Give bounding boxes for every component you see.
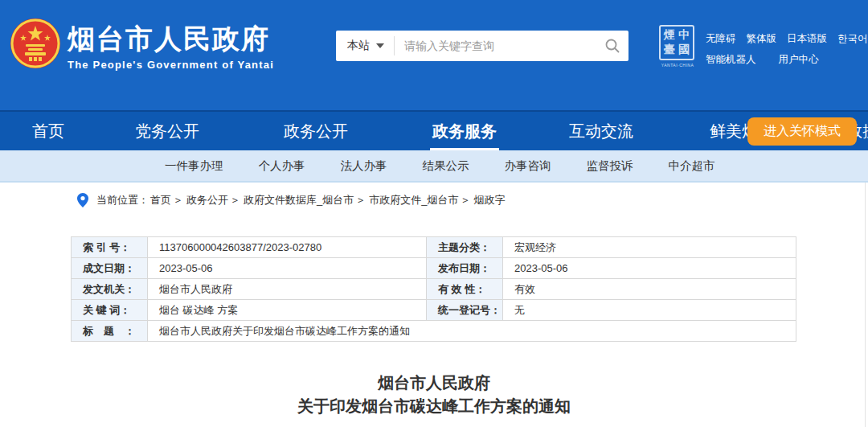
- meta-label-issuing-agency: 发文机关：: [72, 279, 148, 300]
- search-button[interactable]: [596, 31, 628, 61]
- search-icon: [604, 38, 620, 54]
- seal-char: 中: [678, 28, 690, 43]
- meta-value-written-date: 2023-05-06: [148, 258, 427, 279]
- link-korean[interactable]: 한국어판: [837, 32, 868, 46]
- national-emblem-icon: [10, 18, 61, 69]
- page: 烟台市人民政府 The People's Government of Yanta…: [0, 0, 868, 427]
- breadcrumb-doc-database[interactable]: 政府文件数据库_烟台市: [244, 193, 369, 207]
- table-row: 标 题 ： 烟台市人民政府关于印发烟台市碳达峰工作方案的通知: [72, 321, 796, 342]
- main-navigation: 首页 党务公开 政务公开 政务服务 互动交流 鲜美烟台 数据查询 进入关怀模式: [0, 110, 868, 150]
- search-box: 本站: [336, 31, 628, 61]
- search-input[interactable]: [395, 31, 596, 61]
- subnav-item-intermediary[interactable]: 中介超市: [669, 158, 715, 174]
- document-metadata-table: 索 引 号： 113706000042603877/2023-02780 主题分…: [71, 236, 796, 342]
- quick-links-row2: 智能机器人 用户中心: [706, 53, 819, 67]
- seal-caption: YANTAI·CHINA: [659, 63, 696, 68]
- meta-value-publish-date: 2023-05-06: [503, 258, 796, 279]
- document-title-line1: 烟台市人民政府: [0, 372, 868, 395]
- document-title-line2: 关于印发烟台市碳达峰工作方案的通知: [0, 395, 868, 418]
- subnav-item-consultation[interactable]: 办事咨询: [505, 158, 551, 174]
- meta-value-topic-category: 宏观经济: [503, 237, 796, 258]
- breadcrumb-home[interactable]: 首页: [150, 193, 186, 207]
- meta-value-unified-reg-number: 无: [503, 300, 796, 321]
- meta-value-keywords: 烟台 碳达峰 方案: [148, 300, 427, 321]
- sub-navigation: 一件事办理 个人办事 法人办事 结果公示 办事咨询 监督投诉 中介超市: [0, 150, 868, 183]
- scrollbar[interactable]: [865, 183, 866, 427]
- seal-characters: 煙 中 臺 國: [659, 25, 694, 60]
- link-accessibility[interactable]: 无障碍: [706, 32, 736, 46]
- table-row: 成文日期： 2023-05-06 发布日期： 2023-05-06: [72, 258, 796, 279]
- table-row: 关 键 词： 烟台 碳达峰 方案 统一登记号： 无: [72, 300, 796, 321]
- meta-label-publish-date: 发布日期：: [427, 258, 503, 279]
- breadcrumb: 当前位置： 首页 政务公开 政府文件数据库_烟台市 市政府文件_烟台市 烟政字: [77, 193, 505, 207]
- subnav-item-one-thing[interactable]: 一件事办理: [165, 158, 223, 174]
- quick-links-row1: 无障碍 繁体版 日本语版 한국어판: [706, 32, 868, 46]
- site-title-block: 烟台市人民政府 The People's Government of Yanta…: [68, 23, 274, 71]
- meta-value-index-number: 113706000042603877/2023-02780: [148, 237, 427, 258]
- care-mode-button[interactable]: 进入关怀模式: [747, 117, 857, 146]
- link-chatbot[interactable]: 智能机器人: [706, 53, 756, 67]
- subnav-item-personal[interactable]: 个人办事: [259, 158, 305, 174]
- link-traditional-chinese[interactable]: 繁体版: [747, 32, 777, 46]
- breadcrumb-gov-disclosure[interactable]: 政务公开: [186, 193, 244, 207]
- link-user-center[interactable]: 用户中心: [779, 53, 819, 67]
- link-japanese[interactable]: 日本语版: [787, 32, 827, 46]
- table-row: 发文机关： 烟台市人民政府 有 效 性： 有效: [72, 279, 796, 300]
- site-subtitle: The People's Government of Yantai: [68, 59, 274, 71]
- meta-label-validity: 有 效 性：: [427, 279, 503, 300]
- location-pin-icon: [77, 193, 88, 207]
- nav-item-party-affairs[interactable]: 党务公开: [135, 112, 199, 150]
- meta-label-written-date: 成文日期：: [72, 258, 148, 279]
- table-row: 索 引 号： 113706000042603877/2023-02780 主题分…: [72, 237, 796, 258]
- nav-item-gov-services[interactable]: 政务服务: [432, 112, 497, 150]
- subnav-item-legal-person[interactable]: 法人办事: [341, 158, 387, 174]
- meta-label-unified-reg-number: 统一登记号：: [427, 300, 503, 321]
- search-scope-dropdown[interactable]: 本站: [336, 31, 394, 61]
- subnav-item-supervision[interactable]: 监督投诉: [587, 158, 633, 174]
- yantai-china-seal-logo: 煙 中 臺 國 YANTAI·CHINA: [659, 25, 696, 68]
- chevron-down-icon: [376, 43, 384, 48]
- nav-item-gov-disclosure[interactable]: 政务公开: [284, 112, 348, 150]
- meta-label-index-number: 索 引 号：: [72, 237, 148, 258]
- meta-label-topic-category: 主题分类：: [427, 237, 503, 258]
- breadcrumb-current: 烟政字: [473, 193, 505, 207]
- nav-item-label: 政务服务: [432, 121, 497, 142]
- seal-char: 國: [678, 43, 690, 57]
- breadcrumb-prefix: 当前位置：: [96, 193, 149, 207]
- site-header: 烟台市人民政府 The People's Government of Yanta…: [0, 0, 868, 110]
- nav-item-interaction[interactable]: 互动交流: [569, 112, 633, 150]
- meta-value-title: 烟台市人民政府关于印发烟台市碳达峰工作方案的通知: [148, 321, 796, 342]
- meta-label-title: 标 题 ：: [72, 321, 148, 342]
- seal-char: 臺: [664, 43, 675, 57]
- nav-item-home[interactable]: 首页: [32, 112, 64, 150]
- breadcrumb-city-docs[interactable]: 市政府文件_烟台市: [369, 193, 473, 207]
- meta-label-keywords: 关 键 词：: [72, 300, 148, 321]
- meta-value-validity: 有效: [503, 279, 796, 300]
- meta-value-issuing-agency: 烟台市人民政府: [148, 279, 427, 300]
- subnav-item-results[interactable]: 结果公示: [423, 158, 469, 174]
- document-title: 烟台市人民政府 关于印发烟台市碳达峰工作方案的通知: [0, 372, 868, 418]
- site-title: 烟台市人民政府: [68, 23, 274, 55]
- search-scope-label: 本站: [347, 39, 370, 53]
- seal-char: 煙: [664, 28, 675, 43]
